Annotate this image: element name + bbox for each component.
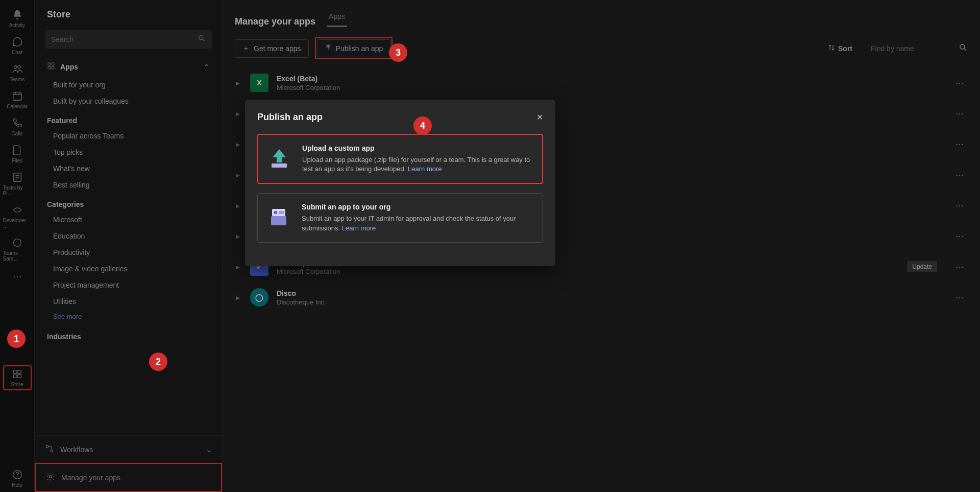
rail-label: Calendar [7, 104, 28, 109]
more-icon[interactable]: ⋯ [952, 259, 967, 275]
sort-icon [828, 44, 835, 53]
search-icon [198, 34, 206, 44]
rail-more[interactable]: ⋯ [13, 266, 22, 287]
submit-org-app-card[interactable]: Submit an app to your org Submit an app … [257, 193, 543, 242]
tab-apps[interactable]: Apps [327, 9, 347, 27]
manage-apps-item[interactable]: Manage your apps [35, 463, 222, 492]
rail-teamssample[interactable]: Teams Sam… [3, 233, 32, 266]
rail-chat[interactable]: Chat [3, 32, 32, 59]
rail-teams[interactable]: Teams [3, 59, 32, 86]
close-icon[interactable]: ✕ [536, 112, 543, 122]
chevron-right-icon[interactable]: ▸ [236, 78, 240, 88]
apps-label: Apps [60, 63, 78, 71]
store-item[interactable]: Popular across Teams [35, 128, 222, 144]
store-icon [12, 368, 23, 380]
svg-point-18 [960, 44, 965, 49]
callout-4: 4 [413, 116, 432, 135]
more-icon[interactable]: ⋯ [952, 228, 967, 244]
store-item[interactable]: Image & video galleries [35, 261, 222, 277]
store-item[interactable]: Top picks [35, 144, 222, 160]
more-icon[interactable]: ⋯ [952, 106, 967, 122]
rail-label: Calls [11, 131, 22, 136]
more-icon[interactable]: ⋯ [952, 290, 967, 306]
app-name: Excel (Beta) [277, 75, 340, 83]
page-title: Manage your apps [235, 16, 315, 27]
chevron-right-icon[interactable]: ▸ [236, 109, 240, 119]
chevron-right-icon[interactable]: ▸ [236, 231, 240, 241]
store-item[interactable]: What's new [35, 160, 222, 177]
chevron-right-icon[interactable]: ▸ [236, 170, 240, 180]
workflows-item[interactable]: Workflows ⌄ [35, 435, 222, 463]
app-publisher: Discotheque Inc. [277, 298, 326, 306]
store-item[interactable]: Best selling [35, 177, 222, 193]
callout-2: 2 [149, 353, 167, 371]
workflows-label: Workflows [60, 446, 93, 454]
more-icon[interactable]: ⋯ [952, 75, 967, 91]
manage-label: Manage your apps [61, 474, 120, 482]
rail-calendar[interactable]: Calendar [3, 86, 32, 113]
rail-label: Tasks by Pl… [3, 185, 32, 196]
rail-files[interactable]: Files [3, 140, 32, 168]
svg-point-16 [51, 450, 53, 452]
store-item[interactable]: Utilities [35, 293, 222, 310]
svg-rect-2 [13, 93, 21, 101]
svg-point-10 [199, 36, 203, 40]
learn-more-link[interactable]: Learn more [342, 224, 376, 232]
svg-rect-8 [17, 374, 20, 378]
svg-point-17 [50, 476, 52, 478]
card-desc: Upload an app package (.zip file) for yo… [302, 155, 534, 174]
svg-rect-23 [271, 216, 286, 225]
sort-button[interactable]: Sort [828, 44, 852, 53]
upload-custom-app-card[interactable]: Upload a custom app Upload an app packag… [257, 134, 543, 184]
rail-label: Teams Sam… [3, 250, 32, 262]
svg-rect-22 [279, 211, 284, 214]
chat-icon [12, 36, 23, 48]
chevron-right-icon[interactable]: ▸ [236, 293, 240, 302]
store-item-built-coll[interactable]: Built by your colleagues [35, 93, 222, 109]
store-item[interactable]: Microsoft [35, 212, 222, 228]
svg-rect-13 [48, 66, 51, 69]
chevron-right-icon[interactable]: ▸ [236, 262, 240, 272]
rail-activity[interactable]: Activity [3, 5, 32, 32]
rail-store[interactable]: Store [3, 365, 32, 390]
get-more-apps-button[interactable]: ＋ Get more apps [235, 39, 309, 58]
industries-head: Industries [35, 325, 222, 344]
search-input[interactable] [51, 35, 198, 43]
search-icon[interactable] [959, 43, 968, 54]
store-item-built-org[interactable]: Built for your org [35, 77, 222, 93]
sample-icon [12, 237, 23, 248]
rail-calls[interactable]: Calls [3, 113, 32, 140]
more-icon[interactable]: ⋯ [952, 167, 967, 183]
rail-help[interactable]: Help [3, 465, 32, 492]
svg-point-4 [13, 239, 21, 247]
rail-developer[interactable]: Developer … [3, 200, 32, 233]
svg-rect-11 [48, 63, 51, 65]
more-icon[interactable]: ⋯ [952, 136, 967, 152]
store-title: Store [35, 0, 222, 26]
update-badge[interactable]: Update [907, 261, 937, 272]
store-sidebar: Store Apps ⌃ Built for your org Built by… [35, 0, 223, 492]
app-row[interactable]: ▸ X Excel (Beta) Microsoft Corporation ⋯ [229, 67, 974, 98]
chevron-down-icon: ⌄ [206, 446, 212, 454]
store-item[interactable]: Education [35, 228, 222, 244]
calendar-icon [12, 90, 23, 102]
plus-icon: ＋ [242, 44, 250, 53]
search-box[interactable] [45, 30, 212, 49]
apps-section-head[interactable]: Apps ⌃ [35, 57, 222, 77]
file-icon [12, 145, 23, 156]
learn-more-link[interactable]: Learn more [408, 165, 442, 173]
svg-rect-7 [13, 374, 16, 378]
store-item[interactable]: Productivity [35, 244, 222, 261]
rail-tasks[interactable]: Tasks by Pl… [3, 168, 32, 200]
more-icon[interactable]: ⋯ [952, 198, 967, 214]
svg-rect-5 [13, 370, 16, 373]
btn-label: Publish an app [336, 44, 383, 53]
see-more-link[interactable]: See more [35, 310, 222, 325]
app-row[interactable]: ▸ ◯ Disco Discotheque Inc. ⋯ [229, 282, 974, 313]
chevron-right-icon[interactable]: ▸ [236, 139, 240, 149]
publish-app-button[interactable]: Publish an app [317, 39, 391, 57]
store-item[interactable]: Project management [35, 277, 222, 293]
find-input[interactable] [871, 44, 947, 53]
app-publisher: Microsoft Corporation [277, 84, 340, 91]
chevron-right-icon[interactable]: ▸ [236, 201, 240, 210]
